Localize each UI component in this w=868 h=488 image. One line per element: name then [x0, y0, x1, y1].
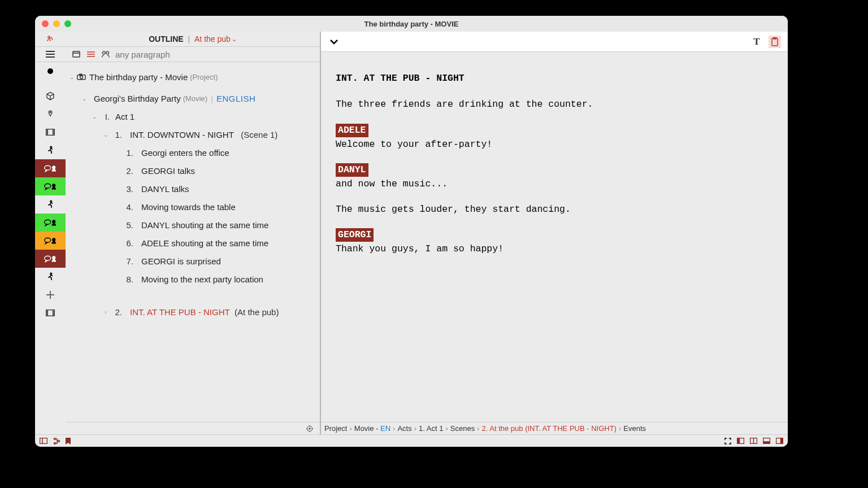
- svg-point-2: [50, 112, 51, 113]
- breadcrumb: Project› Movie - EN› Acts› 1. Act 1› Sce…: [321, 422, 788, 434]
- filter-input[interactable]: [115, 50, 314, 59]
- camera-icon: [77, 73, 86, 80]
- status-bookmark-icon[interactable]: [66, 438, 71, 445]
- dialogue-block: GEORGI Thank you guys, I am so happy!: [336, 228, 788, 256]
- scene2-num: 2.: [110, 307, 122, 317]
- character-cue: DANYL: [336, 163, 368, 177]
- rail-add-icon[interactable]: [35, 286, 66, 304]
- svg-rect-26: [772, 38, 778, 46]
- svg-rect-38: [781, 438, 783, 444]
- movie-language[interactable]: ENGLISH: [216, 94, 255, 103]
- tree-event-row[interactable]: 3.DANYL talks: [68, 180, 320, 198]
- window-title: The birthday party - MOVIE: [35, 20, 788, 28]
- bc-project[interactable]: Project: [324, 424, 347, 433]
- bc-events[interactable]: Events: [623, 424, 646, 433]
- window-controls: [42, 20, 71, 27]
- chevron-down-icon[interactable]: [80, 95, 88, 102]
- svg-point-9: [50, 201, 52, 202]
- chevron-down-icon[interactable]: [68, 74, 76, 80]
- tree-event-row[interactable]: 5.DANYL shouting at the same time: [68, 216, 320, 234]
- tree-scene-row-2[interactable]: 2. INT. AT THE PUB - NIGHT (At the pub): [68, 303, 320, 321]
- rail-speech-person-3[interactable]: [35, 213, 66, 232]
- status-layout-4-icon[interactable]: [776, 438, 783, 444]
- svg-point-16: [50, 273, 52, 274]
- bc-current-scene[interactable]: 2. At the pub (INT. AT THE PUB - NIGHT): [482, 424, 617, 433]
- people-icon[interactable]: [101, 50, 111, 58]
- maximize-window-button[interactable]: [64, 20, 71, 27]
- chevron-right-icon[interactable]: [102, 309, 110, 315]
- svg-point-13: [53, 238, 55, 241]
- svg-rect-36: [763, 442, 770, 444]
- list-red-icon[interactable]: [86, 51, 96, 57]
- status-tree-icon[interactable]: [53, 438, 60, 445]
- tree-movie-row[interactable]: Georgi's Birthday Party (Movie) | ENGLIS…: [68, 89, 320, 107]
- rail-speech-person-4[interactable]: [35, 232, 66, 250]
- svg-point-15: [53, 256, 55, 259]
- outline-panel: OUTLINE | At the pub ⌄: [66, 32, 321, 434]
- bc-act1[interactable]: 1. Act 1: [419, 424, 443, 433]
- close-window-button[interactable]: [42, 20, 49, 27]
- clipboard-button[interactable]: [769, 36, 781, 48]
- rail-running-icon-3[interactable]: [35, 268, 66, 286]
- svg-point-19: [102, 51, 105, 54]
- scene-slug: INT. DOWNTOWN - NIGHT: [130, 130, 234, 140]
- act-roman: I.: [98, 112, 110, 121]
- rail-dot-icon[interactable]: [35, 62, 66, 80]
- chevron-down-icon[interactable]: [102, 132, 110, 138]
- rail-running-icon-2[interactable]: [35, 195, 66, 213]
- bc-movie[interactable]: Movie - EN: [354, 424, 390, 433]
- rail-hamburger[interactable]: [35, 47, 66, 62]
- svg-point-1: [47, 68, 53, 74]
- status-fullscreen-icon[interactable]: [724, 438, 731, 445]
- svg-point-11: [53, 220, 55, 223]
- text-style-button[interactable]: T: [750, 36, 763, 48]
- character-cue: ADELE: [336, 124, 368, 137]
- svg-point-14: [45, 256, 51, 260]
- tree-event-row[interactable]: 6.ADELE shouting at the same time: [68, 234, 320, 252]
- target-icon[interactable]: [306, 425, 313, 432]
- dialogue-text: Thank you guys, I am so happy!: [336, 243, 788, 255]
- tree-scene-row-1[interactable]: 1. INT. DOWNTOWN - NIGHT (Scene 1): [68, 125, 320, 143]
- tree-event-row[interactable]: 4.Moving towards the table: [68, 198, 320, 216]
- script-body[interactable]: INT. AT THE PUB - NIGHT The three friend…: [321, 52, 788, 422]
- minimize-window-button[interactable]: [53, 20, 60, 27]
- expand-button[interactable]: [328, 36, 340, 48]
- dialogue-text: Welcome to your after-party!: [336, 138, 788, 151]
- rail-filmstrip-icon[interactable]: [35, 123, 66, 141]
- rail-running-icon-1[interactable]: [35, 141, 66, 159]
- tree-act-row[interactable]: I. Act 1: [68, 107, 320, 125]
- status-layout-3-icon[interactable]: [763, 438, 770, 444]
- chevron-down-icon[interactable]: [90, 114, 98, 120]
- svg-point-6: [53, 166, 55, 169]
- tree-event-row[interactable]: 8.Moving to the next party location: [68, 270, 320, 288]
- character-cue: GEORGI: [336, 228, 374, 242]
- tree-event-row[interactable]: 7.GEORGI is surprised: [68, 252, 320, 270]
- bc-acts[interactable]: Acts: [397, 424, 411, 433]
- script-panel: T INT. AT THE PUB - NIGHT The three frie…: [321, 32, 788, 434]
- svg-point-20: [106, 51, 109, 54]
- status-bar: [35, 434, 788, 447]
- rail-pin-icon[interactable]: [35, 105, 66, 123]
- rail-speech-person-1[interactable]: [35, 159, 66, 177]
- tree-event-row[interactable]: 1.Georgi enters the office: [68, 143, 320, 162]
- status-panels-icon[interactable]: [40, 438, 47, 444]
- svg-rect-18: [73, 51, 80, 57]
- svg-point-12: [45, 238, 51, 242]
- outline-label: OUTLINE: [149, 34, 183, 43]
- card-icon[interactable]: [71, 51, 81, 58]
- rail-cube-icon[interactable]: [35, 87, 66, 105]
- scene2-label: (At the pub): [230, 307, 279, 317]
- bc-scenes[interactable]: Scenes: [450, 424, 475, 433]
- status-layout-2-icon[interactable]: [750, 438, 757, 444]
- tree-event-row[interactable]: 2.GEORGI talks: [68, 162, 320, 180]
- rail-speech-person-2[interactable]: [35, 177, 66, 195]
- rail-speech-person-5[interactable]: [35, 250, 66, 268]
- rail-filmstrip-icon-2[interactable]: [35, 304, 66, 322]
- svg-point-22: [80, 76, 83, 79]
- tree-project-row[interactable]: The birthday party - Movie (Project): [68, 68, 320, 86]
- status-layout-1-icon[interactable]: [737, 438, 744, 444]
- rail-header-icon[interactable]: [35, 32, 66, 47]
- svg-point-25: [309, 428, 310, 429]
- filter-row: [66, 47, 320, 62]
- outline-header[interactable]: OUTLINE | At the pub ⌄: [66, 32, 320, 47]
